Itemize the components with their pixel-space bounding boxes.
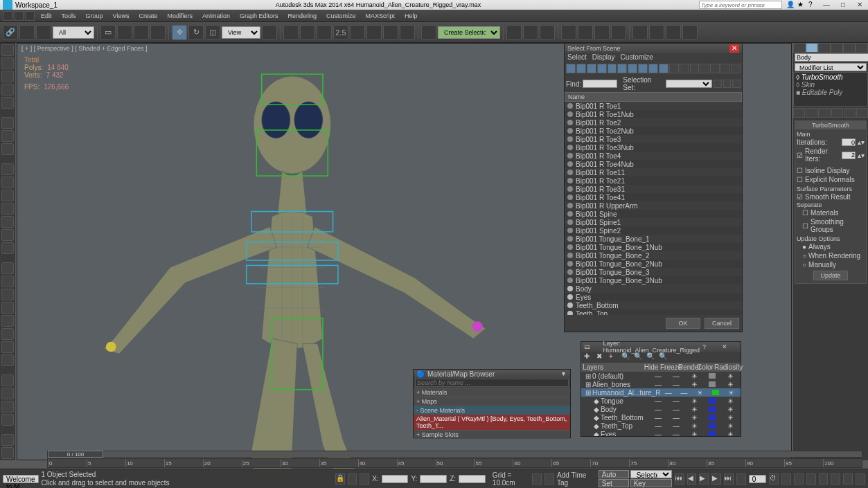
layer-col-header[interactable]: Radiosity <box>714 363 732 371</box>
maximize-button[interactable]: □ <box>838 1 849 9</box>
ref-coord-dropdown[interactable]: View <box>222 26 260 39</box>
update-manual-radio[interactable] <box>802 261 806 269</box>
named-sel-icon[interactable] <box>421 25 436 40</box>
sfs-list-item[interactable]: Bip001 R UpperArm <box>565 201 742 210</box>
sfs-list-item[interactable]: Bip001 R Toe11 <box>565 168 742 177</box>
goto-start-icon[interactable]: ⏮ <box>675 473 684 485</box>
sfs-list-item[interactable]: Bip001 R Toe21 <box>565 177 742 185</box>
sfs-filter-icon[interactable] <box>710 64 720 73</box>
render-setup-icon[interactable] <box>611 25 626 40</box>
hierarchy-tab[interactable] <box>818 43 831 53</box>
sample-slots-section[interactable]: + Sample Slots <box>414 430 570 439</box>
sfs-list-item[interactable]: Bip001 Tongue_Bone_1Nub <box>565 243 742 251</box>
schematic-icon[interactable] <box>578 25 593 40</box>
layer-row[interactable]: ◆Tongue——☀☀ <box>581 397 741 405</box>
prev-frame-icon[interactable]: ◀ <box>687 473 697 485</box>
sfs-list-item[interactable]: Bip001 R Toe2 <box>565 118 742 127</box>
goto-end-icon[interactable]: ⏭ <box>724 473 734 485</box>
matbr-options-icon[interactable]: ▾ <box>559 370 567 378</box>
workspace-dropdown[interactable]: Workspace_1 <box>15 1 57 9</box>
sfs-list-item[interactable]: Bip001 Tongue_Bone_3 <box>565 268 742 276</box>
sfs-filter-icon[interactable] <box>617 64 627 73</box>
layer-row[interactable]: ⊞Alien_bones——☀☀ <box>581 380 741 388</box>
layer-row[interactable]: ⊞Humanoid_Al...ture_R——☀☀ <box>581 388 741 397</box>
object-name-input[interactable] <box>795 53 868 62</box>
sfs-name-header[interactable]: Name <box>565 92 742 102</box>
render-iter-icon[interactable] <box>682 25 698 40</box>
render-iters-spinner[interactable] <box>842 152 856 159</box>
select-name-icon[interactable] <box>117 25 132 40</box>
y-coord-input[interactable] <box>420 475 447 483</box>
sfs-list-item[interactable]: Bip001 R Toe41 <box>565 193 742 201</box>
layer-col-header[interactable]: Render <box>678 363 696 371</box>
sfs-list[interactable]: Bip001 R Toe1Bip001 R Toe1NubBip001 R To… <box>565 102 742 315</box>
menu-modifiers[interactable]: Modifiers <box>162 12 197 19</box>
timeline[interactable]: 0 / 100 05101520253035404550556065707580… <box>47 451 862 469</box>
sfs-filter-icon[interactable] <box>731 64 741 73</box>
sfs-filter-icon[interactable] <box>690 64 700 73</box>
sfs-list-item[interactable]: Bip001 R Toe4Nub <box>565 160 742 168</box>
z-coord-input[interactable] <box>459 475 486 483</box>
sfs-close-button[interactable]: ✕ <box>729 44 739 53</box>
render-iters-check[interactable] <box>797 152 803 159</box>
move-icon[interactable]: ✥ <box>172 25 187 40</box>
isoline-check[interactable] <box>797 167 803 174</box>
zoom-ext-icon[interactable] <box>806 473 816 485</box>
scale-icon[interactable]: ◫ <box>205 25 220 40</box>
layers-icon[interactable] <box>540 25 555 40</box>
sep-smgroups-check[interactable] <box>802 222 808 230</box>
layer-del-icon[interactable]: ✖ <box>596 352 606 362</box>
sfs-list-item[interactable]: Bip001 R Toe4 <box>565 152 742 160</box>
next-frame-icon[interactable]: ▶ <box>711 473 721 485</box>
keymode-dropdown[interactable]: Selected <box>630 470 672 478</box>
align-icon[interactable] <box>523 25 538 40</box>
menu-views[interactable]: Views <box>108 12 134 19</box>
sfs-filter-icon[interactable] <box>680 64 689 73</box>
window-crossing-icon[interactable] <box>150 25 166 40</box>
bind-icon[interactable] <box>36 25 51 40</box>
selection-filter[interactable]: All <box>53 26 94 39</box>
sfs-filter-icon[interactable] <box>587 64 596 73</box>
menu-rendering[interactable]: Rendering <box>283 12 322 19</box>
update-render-radio[interactable] <box>802 252 806 260</box>
autokey-button[interactable]: Auto Key <box>599 470 629 478</box>
sfs-filter-icon[interactable] <box>720 64 730 73</box>
layer-close-button[interactable]: ✕ <box>722 343 738 350</box>
menu-maxscript[interactable]: MAXScript <box>361 12 400 19</box>
sfs-ok-button[interactable]: OK <box>666 318 700 329</box>
menu-graph editors[interactable]: Graph Editors <box>235 12 283 19</box>
sfs-filter-icon[interactable] <box>659 64 668 73</box>
sfs-filter-icon[interactable] <box>608 64 617 73</box>
mirror-icon[interactable] <box>506 25 522 40</box>
keyfilters-button[interactable]: Key Filters... <box>630 479 672 487</box>
time-config-icon[interactable]: ⏱ <box>769 473 779 485</box>
menu-help[interactable]: Help <box>400 12 423 19</box>
sfs-filter-icon[interactable] <box>700 64 709 73</box>
matbr-section[interactable]: + Materials <box>414 388 570 397</box>
snap2-icon[interactable] <box>350 25 365 40</box>
named-selection-dropdown[interactable]: Create Selection S <box>438 26 500 39</box>
sfs-filter-icon[interactable] <box>597 64 607 73</box>
layer-new-icon[interactable]: ✚ <box>584 352 594 362</box>
sfs-list-item[interactable]: Eyes <box>565 293 742 301</box>
favorites-icon[interactable]: ★ <box>797 1 806 9</box>
lt-icon[interactable] <box>1 44 14 56</box>
sfs-selset-dropdown[interactable] <box>666 80 713 88</box>
matbr-section[interactable]: + Maps <box>414 397 570 406</box>
sfs-list-item[interactable]: Bip001 R Toe3 <box>565 135 742 143</box>
render-frame-icon[interactable] <box>632 25 648 40</box>
sfs-list-item[interactable]: Bip001 R Toe1 <box>565 102 742 110</box>
modify-tab[interactable] <box>806 43 818 53</box>
modifier-stack[interactable]: ◊ TurboSmooth◊ Skin■ Editable Poly <box>793 72 868 107</box>
app-button[interactable] <box>3 11 12 21</box>
redo-button[interactable] <box>25 11 35 21</box>
maximize-viewport-icon[interactable] <box>856 473 865 485</box>
sfs-filter-icon[interactable] <box>628 64 637 73</box>
layer-row[interactable]: ◆Teeth_Top——☀☀ <box>581 422 741 430</box>
isolate-icon[interactable] <box>532 473 542 485</box>
sfs-list-item[interactable]: Bip001 Spine1 <box>565 218 742 226</box>
display-tab[interactable] <box>843 43 856 53</box>
sfs-list-item[interactable]: Bip001 Spine2 <box>565 226 742 235</box>
close-button[interactable]: ✕ <box>854 1 865 9</box>
sfs-list-item[interactable]: Bip001 Spine <box>565 210 742 218</box>
